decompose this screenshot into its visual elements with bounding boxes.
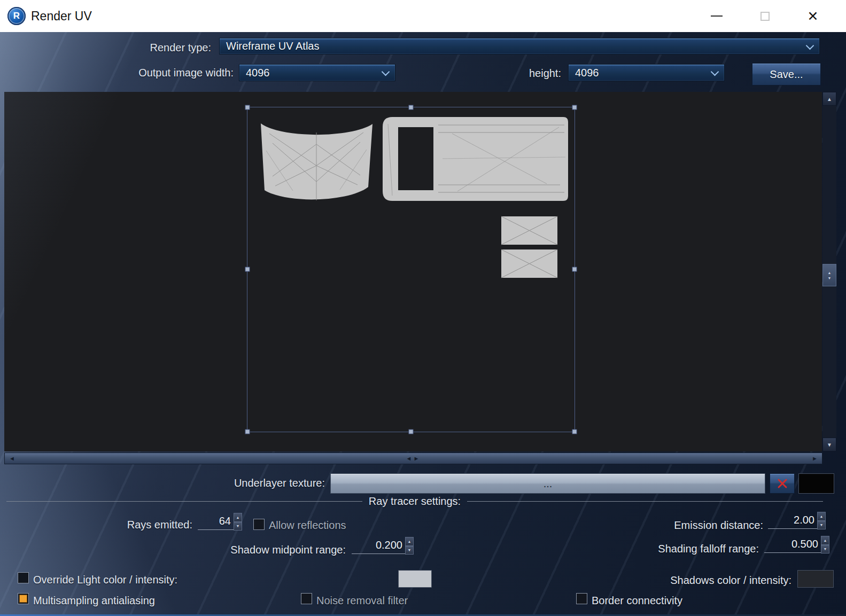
thumb-down-icon: ▼ <box>828 276 832 280</box>
render-uv-dialog: R Render UV ✕ Render type: Wireframe UV … <box>0 0 846 616</box>
ray-tracer-group-label: Ray tracer settings: <box>369 495 461 508</box>
underlayer-texture-button-label: ... <box>544 478 553 490</box>
save-button-label: Save... <box>770 68 803 81</box>
scroll-right-icon[interactable]: ► <box>812 453 818 464</box>
minimize-button[interactable] <box>704 0 729 32</box>
output-height-value: 4096 <box>575 67 599 79</box>
render-type-value: Wireframe UV Atlas <box>226 40 319 52</box>
maximize-icon <box>760 12 770 21</box>
uv-atlas-preview <box>4 92 822 451</box>
emission-distance-spinner: ▲ ▼ <box>817 512 826 529</box>
horizontal-scroll-thumb-grip[interactable]: ◄► <box>406 453 421 464</box>
vertical-scroll-thumb[interactable]: ▲ ▼ <box>822 264 836 286</box>
close-button[interactable]: ✕ <box>801 0 825 32</box>
clear-texture-button[interactable] <box>770 473 795 494</box>
noise-removal-checkbox[interactable] <box>301 593 312 604</box>
allow-reflections-checkbox[interactable] <box>253 519 265 530</box>
horizontal-scrollbar[interactable]: ◄ ◄► ► <box>4 453 822 464</box>
chevron-down-icon <box>382 68 390 76</box>
spinner-up-button[interactable]: ▲ <box>234 513 242 522</box>
save-button[interactable]: Save... <box>752 63 821 85</box>
uv-island-hood <box>261 123 372 200</box>
output-width-value: 4096 <box>246 67 270 79</box>
chevron-down-icon <box>806 41 814 50</box>
scroll-left-icon[interactable]: ◄ <box>9 453 15 464</box>
render-type-dropdown[interactable]: Wireframe UV Atlas <box>219 38 820 54</box>
emission-distance-field[interactable]: 2.00 <box>768 512 817 529</box>
scroll-up-icon: ▲ <box>827 96 832 102</box>
uv-island-small-1 <box>501 216 557 245</box>
emission-distance-label: Emission distance: <box>603 518 763 532</box>
override-light-color-swatch[interactable] <box>398 570 432 588</box>
ray-tracer-group-separator: Ray tracer settings: <box>6 495 823 508</box>
shadow-midpoint-field[interactable]: 0.200 <box>352 537 405 554</box>
scroll-down-icon: ▼ <box>827 442 832 448</box>
noise-removal-label: Noise removal filter <box>316 594 408 607</box>
shadows-color-label: Shadows color / intensity: <box>631 573 791 587</box>
chevron-down-icon <box>711 68 719 76</box>
shading-falloff-field[interactable]: 0.500 <box>764 536 821 553</box>
shading-falloff-label: Shading falloff range: <box>599 542 759 556</box>
vertical-scrollbar[interactable]: ▲ ▲ ▼ ▼ <box>822 92 836 451</box>
border-connectivity-checkbox[interactable] <box>576 593 587 604</box>
spinner-down-button[interactable]: ▼ <box>817 521 826 530</box>
multisampling-label: Multisampling antialiasing <box>33 594 155 607</box>
rays-emitted-label: Rays emitted: <box>32 518 192 532</box>
scroll-down-button[interactable]: ▼ <box>822 438 836 451</box>
multisampling-checkbox[interactable] <box>18 593 29 604</box>
underlayer-color-swatch[interactable] <box>798 473 834 494</box>
allow-reflections-label: Allow reflections <box>269 518 346 532</box>
rays-emitted-spinner: ▲ ▼ <box>234 513 242 531</box>
output-height-label: height: <box>454 66 561 80</box>
spinner-down-button[interactable]: ▼ <box>405 546 414 555</box>
uv-canvas-viewport[interactable] <box>4 92 822 451</box>
shadows-color-swatch[interactable] <box>797 570 834 588</box>
underlayer-texture-label: Underlayer texture: <box>165 476 325 490</box>
spinner-up-button[interactable]: ▲ <box>817 512 826 521</box>
output-height-dropdown[interactable]: 4096 <box>568 64 725 81</box>
underlayer-texture-button[interactable]: ... <box>330 473 765 494</box>
border-connectivity-label: Border connectivity <box>592 594 682 607</box>
render-type-label: Render type: <box>51 41 211 54</box>
maximize-button[interactable] <box>752 0 777 32</box>
uv-island-small-2 <box>501 249 557 278</box>
rays-emitted-field[interactable]: 64 <box>198 513 234 530</box>
shadow-midpoint-spinner: ▲ ▼ <box>405 537 414 555</box>
minimize-icon <box>711 15 723 17</box>
titlebar: R Render UV ✕ <box>0 0 846 32</box>
spinner-down-button[interactable]: ▼ <box>821 545 829 554</box>
spinner-down-button[interactable]: ▼ <box>234 522 242 531</box>
shading-falloff-spinner: ▲ ▼ <box>821 536 829 553</box>
window-title: Render UV <box>31 0 92 32</box>
app-icon-letter: R <box>13 11 20 21</box>
clear-texture-icon <box>777 478 788 489</box>
thumb-up-icon: ▲ <box>828 271 832 275</box>
output-width-dropdown[interactable]: 4096 <box>239 64 395 81</box>
override-light-checkbox[interactable] <box>18 572 29 583</box>
close-icon: ✕ <box>808 10 819 23</box>
scroll-up-button[interactable]: ▲ <box>822 92 836 106</box>
output-width-label: Output image width: <box>73 66 234 80</box>
spinner-up-button[interactable]: ▲ <box>405 537 414 546</box>
shadow-midpoint-label: Shadow midpoint range: <box>185 543 346 557</box>
uv-island-roof <box>383 117 568 201</box>
spinner-up-button[interactable]: ▲ <box>821 536 829 545</box>
override-light-label: Override Light color / intensity: <box>33 573 177 587</box>
app-icon: R <box>7 7 26 25</box>
